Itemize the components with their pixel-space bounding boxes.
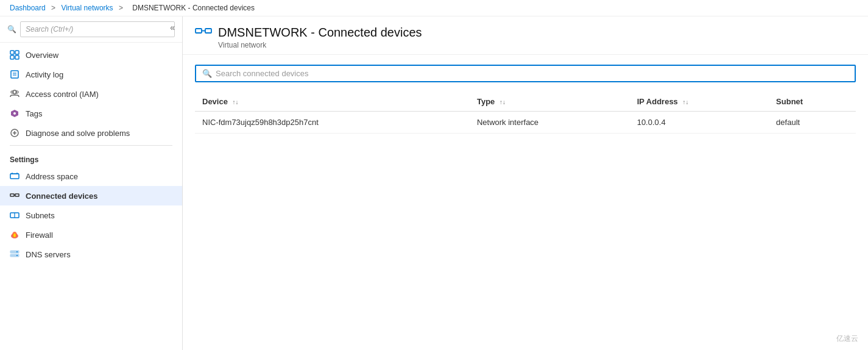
sidebar-item-firewall[interactable]: Firewall	[0, 225, 182, 245]
sidebar-item-address-space[interactable]: Address space	[0, 166, 182, 186]
sidebar-search-input[interactable]	[20, 21, 175, 37]
type-sort-icon: ↑↓	[499, 99, 506, 105]
sidebar-item-dns-label: DNS servers	[26, 250, 71, 259]
sidebar-item-subnets[interactable]: Subnets	[0, 205, 182, 225]
page-header-icon	[195, 24, 212, 41]
sidebar-item-tags-label: Tags	[26, 109, 42, 118]
sidebar-search-bar[interactable]: 🔍 «	[0, 16, 182, 43]
sidebar-item-firewall-label: Firewall	[26, 230, 53, 240]
sidebar-item-activity-label: Activity log	[26, 70, 63, 79]
sidebar-item-connected-label: Connected devices	[26, 191, 98, 201]
table-search-icon: 🔍	[202, 69, 212, 78]
cell-subnet: default	[769, 112, 856, 134]
sidebar-item-diagnose[interactable]: Diagnose and solve problems	[0, 123, 182, 143]
svg-point-29	[16, 251, 18, 252]
sidebar-item-dns-servers[interactable]: DNS servers	[0, 245, 182, 264]
breadcrumb-sep-1: >	[49, 4, 58, 12]
sidebar-item-tags[interactable]: Tags	[0, 104, 182, 123]
content-area: DMSNETWORK - Connected devices Virtual n…	[183, 16, 868, 350]
table-area: 🔍 Device ↑↓ Type ↑↓	[183, 55, 868, 350]
dns-servers-icon	[10, 249, 19, 259]
sidebar-item-activity-log[interactable]: Activity log	[0, 65, 182, 84]
settings-divider	[10, 145, 172, 146]
column-header-device[interactable]: Device ↑↓	[195, 92, 470, 112]
diagnose-icon	[10, 128, 19, 138]
svg-rect-20	[15, 194, 19, 196]
column-type-label: Type	[477, 97, 495, 106]
access-control-icon	[10, 89, 19, 99]
sidebar-item-subnets-label: Subnets	[26, 211, 55, 220]
svg-rect-2	[10, 55, 14, 59]
page-title-row: DMSNETWORK - Connected devices	[195, 24, 856, 41]
ip-sort-icon: ↑↓	[682, 99, 688, 105]
sidebar-search-icon: 🔍	[7, 25, 16, 34]
table-search-bar[interactable]: 🔍	[195, 65, 856, 82]
sidebar-item-connected-devices[interactable]: Connected devices	[0, 186, 182, 205]
device-sort-icon: ↑↓	[233, 99, 239, 105]
svg-rect-31	[196, 29, 202, 33]
svg-rect-0	[10, 51, 14, 54]
tags-icon	[10, 109, 19, 118]
sidebar: 🔍 « Overview	[0, 16, 183, 350]
settings-section-label: Settings	[0, 148, 182, 166]
sidebar-nav: Overview Activity log	[0, 43, 182, 350]
svg-rect-19	[10, 194, 14, 196]
svg-rect-4	[11, 71, 18, 78]
sidebar-item-overview-label: Overview	[26, 51, 58, 60]
column-header-subnet[interactable]: Subnet	[769, 92, 856, 112]
address-space-icon	[10, 171, 19, 181]
sidebar-item-access-label: Access control (IAM)	[26, 90, 99, 99]
svg-rect-1	[15, 51, 19, 54]
cell-ip: 10.0.0.4	[630, 112, 769, 134]
sidebar-item-diagnose-label: Diagnose and solve problems	[26, 129, 130, 138]
breadcrumb-sep-2: >	[117, 4, 125, 12]
svg-point-26	[13, 234, 16, 237]
column-subnet-label: Subnet	[776, 97, 803, 106]
breadcrumb-virtual-networks[interactable]: Virtual networks	[61, 4, 113, 12]
activity-log-icon	[10, 70, 19, 79]
svg-point-11	[13, 112, 16, 115]
table-row: NIC-fdm73ujqz59h8h3dp25h7cnt Network int…	[195, 112, 856, 134]
column-ip-label: IP Address	[637, 97, 678, 106]
overview-icon	[10, 50, 19, 60]
watermark: 亿速云	[836, 334, 858, 344]
page-header: DMSNETWORK - Connected devices Virtual n…	[183, 16, 868, 55]
column-header-type[interactable]: Type ↑↓	[470, 92, 630, 112]
breadcrumb: Dashboard > Virtual networks > DMSNETWOR…	[0, 0, 868, 16]
breadcrumb-dashboard[interactable]: Dashboard	[10, 4, 46, 12]
table-header-row: Device ↑↓ Type ↑↓ IP Address ↑↓ Subnet	[195, 92, 856, 112]
sidebar-item-overview[interactable]: Overview	[0, 45, 182, 65]
page-title: DMSNETWORK - Connected devices	[218, 26, 422, 40]
table-search-input[interactable]	[216, 69, 849, 78]
firewall-icon	[10, 230, 19, 240]
page-subtitle: Virtual network	[218, 41, 856, 49]
svg-point-30	[16, 255, 18, 256]
svg-rect-15	[10, 174, 19, 179]
svg-rect-32	[205, 29, 211, 33]
sidebar-item-access-control[interactable]: Access control (IAM)	[0, 84, 182, 104]
devices-table: Device ↑↓ Type ↑↓ IP Address ↑↓ Subnet	[195, 92, 856, 134]
column-device-label: Device	[202, 97, 228, 106]
column-header-ip[interactable]: IP Address ↑↓	[630, 92, 769, 112]
cell-device: NIC-fdm73ujqz59h8h3dp25h7cnt	[195, 112, 470, 134]
breadcrumb-current: DMSNETWORK - Connected devices	[132, 4, 255, 12]
sidebar-item-address-label: Address space	[26, 172, 78, 181]
table-body: NIC-fdm73ujqz59h8h3dp25h7cnt Network int…	[195, 112, 856, 134]
sidebar-collapse-button[interactable]: «	[168, 21, 177, 34]
subnets-icon	[10, 210, 19, 220]
connected-devices-icon	[10, 191, 19, 201]
cell-type: Network interface	[470, 112, 630, 134]
svg-rect-3	[15, 55, 19, 59]
